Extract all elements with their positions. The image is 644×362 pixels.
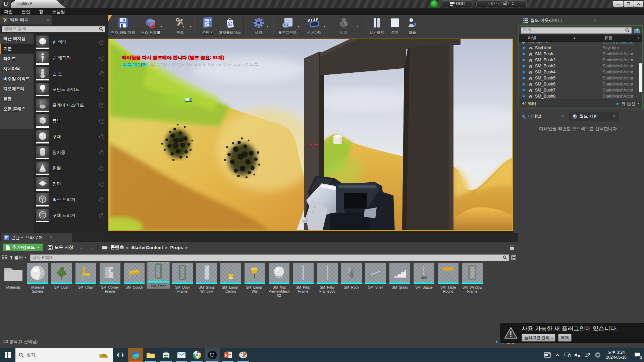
new-folder-icon[interactable] <box>634 27 641 33</box>
breadcrumb-content[interactable]: 콘텐츠 <box>110 244 124 250</box>
category-volumes[interactable]: 볼륨 <box>0 94 34 104</box>
start-button[interactable] <box>0 348 15 362</box>
filter-icon[interactable]: ▼ <box>637 37 640 40</box>
filters-button[interactable]: 필터 ▼ <box>9 255 27 260</box>
save-all-button[interactable]: 모두 저장 <box>48 244 73 250</box>
taskbar-chrome-icon[interactable] <box>189 348 205 362</box>
place-item-point-light[interactable]: 포인트 라이트? <box>36 83 105 96</box>
task-view-button[interactable] <box>113 348 128 362</box>
sources-panel-icon[interactable] <box>2 255 7 260</box>
class-search-input[interactable]: 클래스 검색 <box>2 26 105 32</box>
world-outliner-tab[interactable]: 월드 아웃라이너 ✕ <box>521 16 599 25</box>
outliner-row-smbush4[interactable]: SM_Bush4 StaticMeshActor <box>519 69 642 75</box>
network-icon[interactable] <box>563 348 572 362</box>
project-name-button[interactable]: 내프로젝트5 <box>476 0 527 7</box>
category-visual-effects[interactable]: 비주얼 이펙트 <box>0 74 34 84</box>
asset-sm-chair[interactable]: SM_Chair <box>74 263 98 289</box>
taskbar-unreal-icon[interactable]: U <box>205 348 220 362</box>
place-item-box-trigger[interactable]: 박스 트리거? <box>36 193 105 206</box>
taskbar-mail-icon[interactable] <box>174 348 189 362</box>
visibility-eye-icon[interactable] <box>521 64 526 68</box>
world-settings-tab[interactable]: 월드 세팅 ✕ <box>569 112 619 121</box>
asset-material-sphere[interactable]: Material Sphere <box>26 263 49 293</box>
outliner-row-smbush7[interactable]: SM_Bush7 StaticMeshActor <box>519 87 642 93</box>
menu-file[interactable]: 파일 <box>4 9 13 15</box>
save-filter-icon[interactable] <box>511 255 516 260</box>
category-lights[interactable]: 라이트 <box>0 54 34 64</box>
column-label[interactable]: 라벨 <box>528 35 536 41</box>
asset-sm-lamp-ceiling[interactable]: SM_Lamp_ Ceiling <box>219 263 243 293</box>
restore-button[interactable]: ❐ <box>624 1 634 7</box>
view-options-button[interactable]: 뷰 옵션 ▼ <box>615 101 640 107</box>
category-basic[interactable]: 기본 <box>0 44 34 54</box>
place-item-sphere[interactable]: 구체? <box>36 130 105 143</box>
tray-chevron-icon[interactable] <box>553 348 562 362</box>
outliner-row-skysphere[interactable]: Sky Sphere BP_Sky_Sphere <box>519 42 642 45</box>
category-recent[interactable]: 최근 배치됨 <box>0 34 34 44</box>
asset-materials-folder[interactable]: Materials <box>2 263 25 289</box>
dismiss-button[interactable]: 해제 <box>558 334 572 342</box>
taskbar-explorer-icon[interactable] <box>143 348 158 362</box>
content-browser-close-icon[interactable]: ✕ <box>50 235 53 240</box>
eject-button[interactable]: 탈출 <box>399 16 425 35</box>
cinematics-button[interactable]: 시네마틱 ▼ <box>301 16 327 35</box>
place-item-cylinder[interactable]: 원기둥? <box>36 146 105 159</box>
asset-sm-pillar-frame300[interactable]: SM_Pillar Frame300 <box>316 263 339 293</box>
details-tab[interactable]: i 디테일 ✕ <box>518 112 568 121</box>
content-browser-tab[interactable]: 콘텐츠 브라우저 ✕ <box>1 233 72 242</box>
place-item-empty-actor[interactable]: 빈 액터? <box>36 36 105 49</box>
category-all-classes[interactable]: 모든 클래스 <box>0 104 34 114</box>
outliner-row-smbush2[interactable]: SM_Bush2 StaticMeshActor <box>519 57 642 63</box>
asset-sm-stairs[interactable]: SM_Stairs <box>388 263 412 289</box>
outliner-close-icon[interactable]: ✕ <box>594 18 597 23</box>
visibility-eye-icon[interactable] <box>521 94 526 98</box>
asset-sm-mat-previewmesh[interactable]: SM_Mat PreviewMesh 02 <box>267 263 291 297</box>
visibility-eye-icon[interactable] <box>521 76 526 80</box>
place-actors-close-icon[interactable]: ✕ <box>46 18 49 22</box>
menu-window[interactable]: 창 <box>39 9 43 15</box>
details-close-icon[interactable]: ✕ <box>561 114 564 119</box>
category-cinematic[interactable]: 시네마틱 <box>0 64 34 74</box>
asset-sm-glass-window[interactable]: SM_Glass Window <box>195 263 218 293</box>
minimize-button[interactable]: — <box>613 1 623 7</box>
column-type[interactable]: 유형 <box>604 35 612 41</box>
taskbar-edge-icon[interactable] <box>128 348 143 362</box>
breadcrumb-startercontent[interactable]: StarterContent <box>131 245 163 250</box>
asset-sm-couch[interactable]: SM_Couch <box>122 263 146 289</box>
ddc-button[interactable]: DDC <box>442 0 472 7</box>
outliner-row-smbush8[interactable]: SM_Bush8 StaticMeshActor <box>519 93 642 99</box>
game-viewport[interactable]: 시지를 숨기는 명령은 DisableAllScreenMessages 입니다… <box>108 39 513 231</box>
place-item-cone[interactable]: 원뿔? <box>36 162 105 175</box>
outliner-scrollbar[interactable] <box>639 63 642 92</box>
manage-plugins-button[interactable]: 플러그인 관리... <box>522 334 555 342</box>
asset-sm-window-frame[interactable]: SM_Window Frame <box>461 263 484 293</box>
tray-status-icon[interactable] <box>593 348 602 362</box>
level-tab[interactable]: Untitled* <box>11 0 65 8</box>
place-item-cube[interactable]: 큐브? <box>36 114 105 128</box>
menu-help[interactable]: 도움말 <box>52 9 65 15</box>
place-item-empty-pawn[interactable]: 빈 폰? <box>36 67 105 80</box>
visibility-eye-icon[interactable] <box>521 52 526 56</box>
menu-edit[interactable]: 편집 <box>21 9 30 15</box>
outliner-row-skylight[interactable]: SkyLight SkyLight <box>519 45 642 51</box>
taskbar-powerpoint-icon[interactable]: P <box>220 348 235 362</box>
asset-sm-statue[interactable]: SM_Statue <box>412 263 436 289</box>
asset-sm-door[interactable]: SM_Door <box>147 262 170 289</box>
source-control-button[interactable]: 소스 컨트롤 ▼ <box>138 16 164 35</box>
asset-search-input[interactable]: 검색 Props <box>30 254 509 261</box>
settings-button[interactable]: 세팅 ▼ <box>246 16 272 35</box>
back-arrow[interactable]: ← <box>79 244 85 251</box>
breadcrumb-props[interactable]: Props <box>170 245 183 250</box>
outliner-row-smbush[interactable]: SM_Bush StaticMeshActor <box>519 51 642 57</box>
forward-arrow[interactable]: → <box>88 244 93 251</box>
outliner-search-input[interactable]: 검색... <box>521 27 632 34</box>
place-item-sphere-trigger[interactable]: 구체 트리거? <box>36 209 105 222</box>
modes-button[interactable]: 모드 ▼ <box>167 16 193 35</box>
asset-sm-table-round[interactable]: SM_Table Round <box>436 263 460 293</box>
lock-icon[interactable] <box>510 245 514 250</box>
outliner-row-smbush5[interactable]: SM_Bush5 StaticMeshActor <box>519 75 642 81</box>
asset-sm-shelf[interactable]: SM_Shelf <box>364 263 387 289</box>
place-item-player-start[interactable]: 플레이어 스타트? <box>36 99 105 112</box>
marketplace-button[interactable]: U 마켓플레이스 <box>217 16 243 35</box>
taskbar-paint-icon[interactable] <box>235 348 251 362</box>
